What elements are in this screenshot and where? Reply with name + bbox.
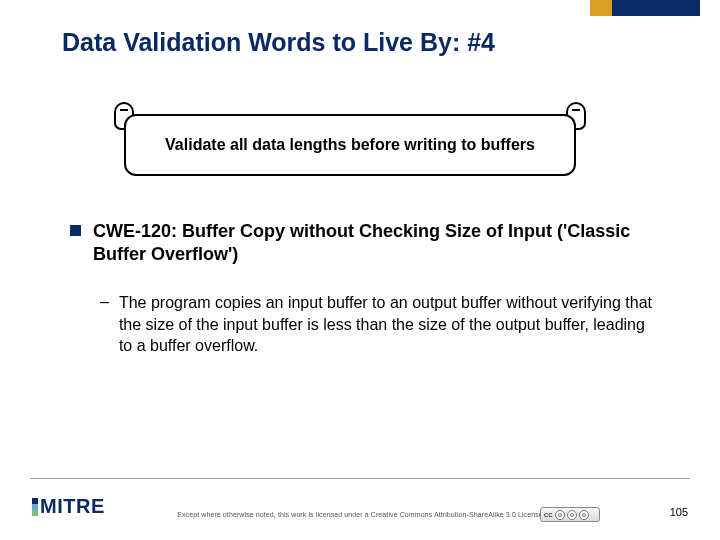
bullet-heading: CWE-120: Buffer Copy without Checking Si…: [93, 220, 660, 266]
cc-label: CC: [544, 512, 553, 518]
dash-bullet-icon: –: [100, 292, 109, 356]
bullet-level-2: – The program copies an input buffer to …: [100, 292, 660, 356]
corner-accent: [590, 0, 700, 16]
square-bullet-icon: [70, 225, 81, 236]
cc-disc-icon: [567, 510, 577, 520]
accent-bar-gold: [590, 0, 612, 16]
cc-badge-icon: CC: [540, 507, 600, 522]
cc-disc-icon: [579, 510, 589, 520]
bullet-level-1: CWE-120: Buffer Copy without Checking Si…: [70, 220, 660, 266]
license-text: Except where otherwise noted, this work …: [0, 511, 720, 518]
cc-disc-icon: [555, 510, 565, 520]
slide: Data Validation Words to Live By: #4 Val…: [0, 0, 720, 540]
callout-text: Validate all data lengths before writing…: [165, 136, 535, 154]
slide-title: Data Validation Words to Live By: #4: [62, 28, 495, 57]
accent-bar-navy: [612, 0, 700, 16]
callout-scroll: Validate all data lengths before writing…: [120, 100, 580, 185]
bullet-subtext: The program copies an input buffer to an…: [119, 292, 660, 356]
page-number: 105: [670, 506, 688, 518]
footer-divider: [30, 478, 690, 479]
slide-footer: MITRE Except where otherwise noted, this…: [0, 478, 720, 540]
slide-body: CWE-120: Buffer Copy without Checking Si…: [70, 220, 660, 356]
callout-box: Validate all data lengths before writing…: [124, 114, 576, 176]
